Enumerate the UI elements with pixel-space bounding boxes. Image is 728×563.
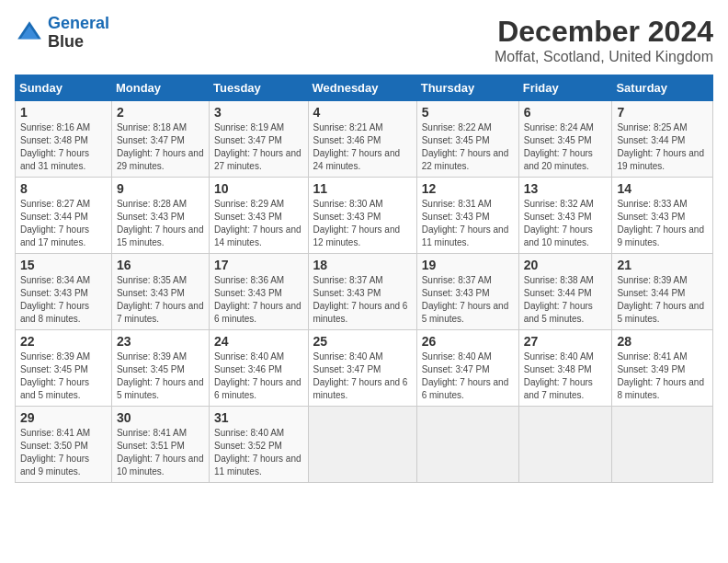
day-info: Sunrise: 8:21 AMSunset: 3:46 PMDaylight:… xyxy=(313,121,412,173)
day-info: Sunrise: 8:39 AMSunset: 3:44 PMDaylight:… xyxy=(617,274,708,326)
week-row-4: 22 Sunrise: 8:39 AMSunset: 3:45 PMDaylig… xyxy=(16,330,713,407)
calendar-cell: 10 Sunrise: 8:29 AMSunset: 3:43 PMDaylig… xyxy=(210,178,308,254)
calendar-cell: 9 Sunrise: 8:28 AMSunset: 3:43 PMDayligh… xyxy=(111,178,209,254)
calendar-cell: 13 Sunrise: 8:32 AMSunset: 3:43 PMDaylig… xyxy=(518,178,612,254)
calendar-table: SundayMondayTuesdayWednesdayThursdayFrid… xyxy=(15,75,713,483)
calendar-cell: 29 Sunrise: 8:41 AMSunset: 3:50 PMDaylig… xyxy=(16,407,112,483)
day-info: Sunrise: 8:33 AMSunset: 3:43 PMDaylight:… xyxy=(617,198,708,249)
calendar-cell: 26 Sunrise: 8:40 AMSunset: 3:47 PMDaylig… xyxy=(416,330,518,407)
day-number: 20 xyxy=(524,258,608,272)
day-number: 30 xyxy=(117,410,204,425)
calendar-cell: 27 Sunrise: 8:40 AMSunset: 3:48 PMDaylig… xyxy=(518,330,612,407)
calendar-cell: 30 Sunrise: 8:41 AMSunset: 3:51 PMDaylig… xyxy=(111,407,209,483)
day-info: Sunrise: 8:35 AMSunset: 3:43 PMDaylight:… xyxy=(117,274,204,326)
day-info: Sunrise: 8:41 AMSunset: 3:49 PMDaylight:… xyxy=(617,350,708,402)
day-info: Sunrise: 8:40 AMSunset: 3:46 PMDaylight:… xyxy=(214,350,302,402)
day-number: 17 xyxy=(214,258,302,272)
calendar-cell: 17 Sunrise: 8:36 AMSunset: 3:43 PMDaylig… xyxy=(210,254,308,330)
calendar-cell xyxy=(518,407,612,483)
day-info: Sunrise: 8:40 AMSunset: 3:48 PMDaylight:… xyxy=(524,350,608,402)
day-info: Sunrise: 8:30 AMSunset: 3:43 PMDaylight:… xyxy=(313,198,412,249)
calendar-cell xyxy=(308,407,416,483)
day-number: 16 xyxy=(117,258,204,272)
day-info: Sunrise: 8:34 AMSunset: 3:43 PMDaylight:… xyxy=(20,274,107,326)
calendar-cell: 21 Sunrise: 8:39 AMSunset: 3:44 PMDaylig… xyxy=(612,254,713,330)
calendar-cell xyxy=(612,407,713,483)
calendar-cell: 8 Sunrise: 8:27 AMSunset: 3:44 PMDayligh… xyxy=(16,178,112,254)
day-number: 8 xyxy=(20,181,107,196)
day-info: Sunrise: 8:18 AMSunset: 3:47 PMDaylight:… xyxy=(117,121,204,173)
weekday-header-thursday: Thursday xyxy=(416,75,518,101)
day-info: Sunrise: 8:22 AMSunset: 3:45 PMDaylight:… xyxy=(422,121,514,173)
calendar-cell: 12 Sunrise: 8:31 AMSunset: 3:43 PMDaylig… xyxy=(416,178,518,254)
day-number: 9 xyxy=(117,181,204,196)
calendar-cell: 25 Sunrise: 8:40 AMSunset: 3:47 PMDaylig… xyxy=(308,330,416,407)
day-info: Sunrise: 8:16 AMSunset: 3:48 PMDaylight:… xyxy=(20,121,107,173)
calendar-cell: 28 Sunrise: 8:41 AMSunset: 3:49 PMDaylig… xyxy=(612,330,713,407)
day-info: Sunrise: 8:29 AMSunset: 3:43 PMDaylight:… xyxy=(214,198,302,249)
weekday-header-row: SundayMondayTuesdayWednesdayThursdayFrid… xyxy=(16,75,713,101)
day-number: 4 xyxy=(313,105,412,120)
calendar-cell: 3 Sunrise: 8:19 AMSunset: 3:47 PMDayligh… xyxy=(210,101,308,178)
weekday-header-monday: Monday xyxy=(111,75,209,101)
day-number: 23 xyxy=(117,334,204,349)
subtitle: Moffat, Scotland, United Kingdom xyxy=(495,49,713,65)
day-number: 22 xyxy=(20,334,107,349)
day-info: Sunrise: 8:41 AMSunset: 3:50 PMDaylight:… xyxy=(20,427,107,478)
day-info: Sunrise: 8:27 AMSunset: 3:44 PMDaylight:… xyxy=(20,198,107,249)
calendar-cell: 24 Sunrise: 8:40 AMSunset: 3:46 PMDaylig… xyxy=(210,330,308,407)
day-number: 7 xyxy=(617,105,708,120)
logo: General Blue xyxy=(15,15,109,52)
calendar-cell: 19 Sunrise: 8:37 AMSunset: 3:43 PMDaylig… xyxy=(416,254,518,330)
day-info: Sunrise: 8:39 AMSunset: 3:45 PMDaylight:… xyxy=(117,350,204,402)
weekday-header-saturday: Saturday xyxy=(612,75,713,101)
main-title: December 2024 xyxy=(495,15,713,49)
day-info: Sunrise: 8:36 AMSunset: 3:43 PMDaylight:… xyxy=(214,274,302,326)
week-row-5: 29 Sunrise: 8:41 AMSunset: 3:50 PMDaylig… xyxy=(16,407,713,483)
day-number: 18 xyxy=(313,258,412,272)
day-number: 1 xyxy=(20,105,107,120)
day-number: 21 xyxy=(617,258,708,272)
day-info: Sunrise: 8:41 AMSunset: 3:51 PMDaylight:… xyxy=(117,427,204,478)
day-number: 2 xyxy=(117,105,204,120)
day-info: Sunrise: 8:25 AMSunset: 3:44 PMDaylight:… xyxy=(617,121,708,173)
day-info: Sunrise: 8:38 AMSunset: 3:44 PMDaylight:… xyxy=(524,274,608,326)
day-info: Sunrise: 8:37 AMSunset: 3:43 PMDaylight:… xyxy=(313,274,412,326)
logo-line2: Blue xyxy=(48,33,109,52)
day-info: Sunrise: 8:32 AMSunset: 3:43 PMDaylight:… xyxy=(524,198,608,249)
calendar-cell: 1 Sunrise: 8:16 AMSunset: 3:48 PMDayligh… xyxy=(16,101,112,178)
calendar-cell: 6 Sunrise: 8:24 AMSunset: 3:45 PMDayligh… xyxy=(518,101,612,178)
calendar-cell: 31 Sunrise: 8:40 AMSunset: 3:52 PMDaylig… xyxy=(210,407,308,483)
day-number: 15 xyxy=(20,258,107,272)
day-number: 25 xyxy=(313,334,412,349)
calendar-cell: 23 Sunrise: 8:39 AMSunset: 3:45 PMDaylig… xyxy=(111,330,209,407)
day-number: 19 xyxy=(422,258,514,272)
day-number: 26 xyxy=(422,334,514,349)
day-number: 10 xyxy=(214,181,302,196)
weekday-header-tuesday: Tuesday xyxy=(210,75,308,101)
day-number: 5 xyxy=(422,105,514,120)
weekday-header-sunday: Sunday xyxy=(16,75,112,101)
day-number: 12 xyxy=(422,181,514,196)
calendar-cell xyxy=(416,407,518,483)
weekday-header-wednesday: Wednesday xyxy=(308,75,416,101)
day-number: 27 xyxy=(524,334,608,349)
calendar-cell: 5 Sunrise: 8:22 AMSunset: 3:45 PMDayligh… xyxy=(416,101,518,178)
calendar-cell: 22 Sunrise: 8:39 AMSunset: 3:45 PMDaylig… xyxy=(16,330,112,407)
day-number: 29 xyxy=(20,410,107,425)
week-row-1: 1 Sunrise: 8:16 AMSunset: 3:48 PMDayligh… xyxy=(16,101,713,178)
calendar-cell: 2 Sunrise: 8:18 AMSunset: 3:47 PMDayligh… xyxy=(111,101,209,178)
day-info: Sunrise: 8:40 AMSunset: 3:47 PMDaylight:… xyxy=(313,350,412,402)
day-info: Sunrise: 8:40 AMSunset: 3:47 PMDaylight:… xyxy=(422,350,514,402)
logo-icon xyxy=(15,18,44,48)
day-number: 14 xyxy=(617,181,708,196)
day-number: 6 xyxy=(524,105,608,120)
calendar-cell: 7 Sunrise: 8:25 AMSunset: 3:44 PMDayligh… xyxy=(612,101,713,178)
day-info: Sunrise: 8:24 AMSunset: 3:45 PMDaylight:… xyxy=(524,121,608,173)
day-info: Sunrise: 8:40 AMSunset: 3:52 PMDaylight:… xyxy=(214,427,302,478)
logo-text: General Blue xyxy=(48,15,109,52)
title-area: December 2024 Moffat, Scotland, United K… xyxy=(495,15,713,65)
header: General Blue December 2024 Moffat, Scotl… xyxy=(15,15,713,65)
calendar-cell: 16 Sunrise: 8:35 AMSunset: 3:43 PMDaylig… xyxy=(111,254,209,330)
calendar-cell: 11 Sunrise: 8:30 AMSunset: 3:43 PMDaylig… xyxy=(308,178,416,254)
